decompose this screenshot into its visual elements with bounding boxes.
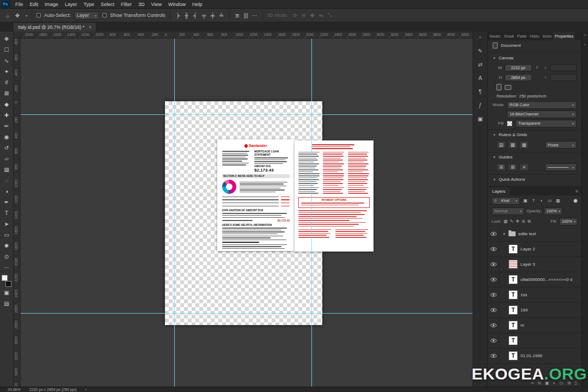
toggle-grid-icon[interactable]: ▦ [508, 141, 517, 149]
layer-filter-select[interactable]: ∇ Kind ▾ [492, 197, 520, 205]
rectangular-marquee-tool[interactable]: ☐ [1, 44, 13, 55]
align-vertical-centers-icon[interactable]: ╪ [210, 13, 216, 19]
eraser-tool[interactable]: ▱ [1, 153, 13, 164]
expand-dock-icon[interactable]: » [475, 33, 486, 41]
canvas-fill-select[interactable]: Transparent▾ [516, 120, 577, 127]
frame-tool[interactable]: ⊠ [1, 88, 13, 99]
layer-row[interactable]: ▼edite text [488, 226, 581, 242]
brush-tool[interactable]: ✏ [1, 120, 13, 131]
chevron-down-icon[interactable]: ▼ [493, 178, 496, 181]
toggle-rulers-icon[interactable]: ▤ [497, 141, 506, 149]
panel-menu-icon[interactable]: ≡ [572, 188, 581, 194]
3d-orbit-icon[interactable]: ⟳ [292, 13, 298, 19]
align-right-edges-icon[interactable]: ╡ [192, 13, 199, 19]
new-guide-layout-icon[interactable]: ⊞ [497, 163, 506, 171]
layer-row-body[interactable]: T [500, 333, 581, 348]
width-field[interactable]: 2232 px [505, 64, 532, 71]
eye-icon[interactable] [491, 278, 497, 281]
layer-row[interactable]: T [488, 333, 581, 348]
tab-swatches[interactable]: Swatc [488, 32, 502, 40]
layer-row-body[interactable]: ▼edite text [500, 226, 581, 241]
tab-properties[interactable]: Properties [553, 32, 575, 40]
auto-select-target-select[interactable]: Layer ▾ [74, 11, 99, 20]
link-dimensions-icon[interactable]: ∞ [534, 65, 539, 70]
menu-help[interactable]: Help [189, 2, 206, 7]
visibility-cell[interactable] [488, 272, 500, 287]
zoom-level[interactable]: 20.66% [8, 388, 21, 391]
tab-layers[interactable]: Layers [488, 187, 510, 195]
chevron-down-icon[interactable]: ▼ [503, 232, 506, 236]
lock-guides-icon[interactable]: ⊠ [508, 163, 517, 171]
guide-horizontal-2[interactable] [21, 313, 473, 314]
eye-icon[interactable] [491, 262, 497, 266]
opacity-select[interactable]: 100%▾ [544, 207, 562, 215]
3d-pan-icon[interactable]: ✥ [309, 13, 316, 19]
menu-view[interactable]: View [148, 2, 165, 7]
guide-vertical-2[interactable] [311, 39, 312, 387]
layer-row-body[interactable]: Layer 3 [500, 257, 581, 272]
auto-select-checkbox[interactable] [36, 13, 41, 17]
menu-image[interactable]: Image [41, 2, 62, 7]
statement-page-1[interactable]: Santander MORTGAGE LOAN STATEMENT AMOUNT… [217, 139, 295, 251]
lasso-tool[interactable]: ∿ [1, 55, 13, 66]
color-mode-select[interactable]: RGB Color▾ [507, 101, 577, 109]
edit-toolbar-icon[interactable]: ⋯ [1, 262, 13, 273]
show-transform-checkbox[interactable] [102, 13, 107, 17]
visibility-cell[interactable] [488, 226, 500, 241]
eye-icon[interactable] [491, 247, 497, 251]
close-tab-icon[interactable]: × [89, 24, 91, 30]
dodge-tool[interactable]: ◑ [1, 186, 13, 197]
gradient-tool[interactable]: ▨ [1, 164, 13, 175]
layer-row-body[interactable]: T01.01.1990 [500, 348, 581, 363]
rectangle-tool[interactable]: ▭ [1, 229, 13, 240]
zoom-tool[interactable]: ⊙ [1, 251, 13, 262]
blur-tool[interactable]: ◌ [1, 175, 13, 186]
visibility-cell[interactable] [488, 257, 500, 272]
chevron-down-icon[interactable]: ▼ [493, 133, 496, 137]
lock-position-icon[interactable]: ✥ [516, 219, 519, 224]
layer-filter-toggle[interactable] [573, 199, 578, 203]
quick-mask-button[interactable]: ▣ [1, 287, 13, 298]
eye-icon[interactable] [491, 354, 497, 358]
guide-vertical-1[interactable] [174, 39, 175, 387]
filter-shape-layers-icon[interactable]: ▭ [547, 198, 553, 203]
toggle-pixel-grid-icon[interactable]: ▩ [519, 141, 529, 149]
character-panel-icon[interactable]: A [475, 74, 486, 82]
guide-horizontal-1[interactable] [21, 114, 473, 115]
align-top-edges-icon[interactable]: ╤ [201, 13, 207, 19]
clone-stamp-tool[interactable]: ◉ [1, 131, 13, 142]
ruler-left[interactable]: -800-600-400-200020040060080010001200140… [14, 39, 21, 387]
layer-row-body[interactable]: TLayer 2 [500, 242, 581, 256]
object-selection-tool[interactable]: ✦ [1, 66, 13, 77]
eye-icon[interactable] [491, 232, 497, 236]
ruler-top[interactable]: -2000-1800-1600-1400-1200-1000-800-600-4… [21, 32, 473, 39]
eyedropper-tool[interactable]: ◆ [1, 99, 13, 109]
visibility-cell[interactable] [488, 333, 500, 348]
menu-type[interactable]: Type [81, 2, 98, 7]
distribute-horizontal-icon[interactable]: ||| [243, 13, 249, 19]
background-color-swatch[interactable] [5, 281, 11, 287]
chevron-down-icon[interactable]: ▼ [493, 156, 496, 159]
collapse-dock-icon[interactable]: « [584, 33, 586, 37]
landscape-orientation-button[interactable] [505, 85, 511, 90]
history-brush-tool[interactable]: ↺ [1, 142, 13, 153]
document-tab[interactable]: Italy id.psd @ 20.7% (RGB/16) * × [14, 23, 96, 32]
foreground-color-swatch[interactable] [2, 275, 8, 281]
visibility-cell[interactable] [488, 348, 500, 363]
status-arrow-icon[interactable]: › [85, 388, 87, 391]
spot-healing-brush-tool[interactable]: ✚ [1, 109, 13, 120]
eye-icon[interactable] [491, 323, 497, 327]
fill-opacity-select[interactable]: 100%▾ [559, 218, 578, 225]
glyphs-panel-icon[interactable]: ƒ [475, 101, 486, 109]
clear-guides-icon[interactable]: ✕ [519, 163, 529, 171]
visibility-cell[interactable] [488, 242, 500, 256]
lock-artboard-icon[interactable]: ⊞ [522, 219, 525, 224]
portrait-orientation-button[interactable] [497, 84, 501, 90]
canvas-area[interactable]: -2000-1800-1600-1400-1200-1000-800-600-4… [14, 32, 473, 387]
eye-icon[interactable] [491, 293, 497, 297]
filter-smart-objects-icon[interactable]: ▩ [555, 198, 561, 203]
layer-row[interactable]: TLayer 2 [488, 242, 581, 257]
layer-row-body[interactable]: T169 [500, 303, 581, 317]
paragraph-panel-icon[interactable]: ¶ [475, 87, 486, 96]
menu-select[interactable]: Select [97, 2, 118, 7]
